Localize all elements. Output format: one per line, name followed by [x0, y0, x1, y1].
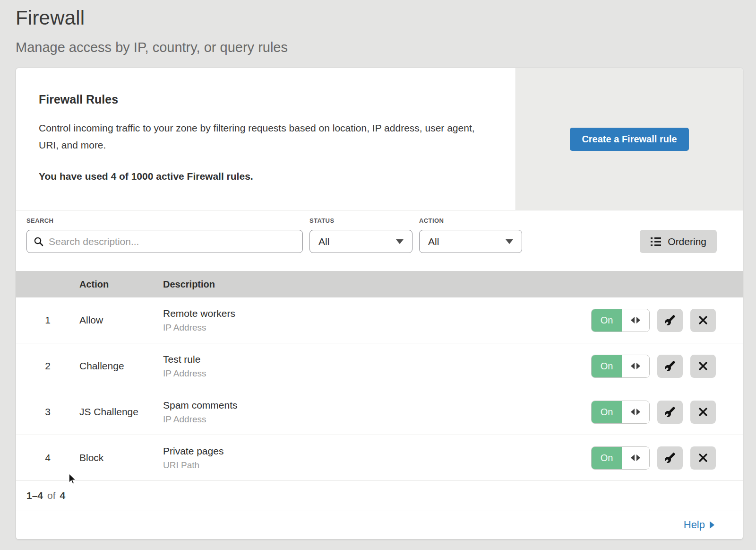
rule-priority: 2	[16, 360, 79, 372]
rule-action: Challenge	[79, 360, 163, 372]
rules-usage-text: You have used 4 of 1000 active Firewall …	[39, 171, 489, 182]
rule-action: JS Challenge	[79, 406, 163, 418]
rule-enabled-toggle[interactable]: On	[591, 446, 650, 470]
rule-action: Allow	[79, 314, 163, 326]
rule-enabled-toggle[interactable]: On	[591, 401, 650, 424]
rule-priority: 4	[16, 452, 79, 463]
delete-rule-button[interactable]	[690, 309, 716, 332]
status-label: STATUS	[309, 217, 412, 224]
rule-description: Remote workers	[163, 308, 591, 319]
rule-match-type: IP Address	[163, 414, 591, 425]
page-subtitle: Manage access by IP, country, or query r…	[16, 40, 756, 55]
search-filter-group: SEARCH	[26, 217, 303, 253]
toggle-arrows-icon[interactable]	[622, 309, 649, 332]
edit-rule-button[interactable]	[657, 401, 683, 424]
table-header: Action Description	[16, 271, 743, 297]
action-label: ACTION	[419, 217, 522, 224]
close-icon	[698, 315, 708, 325]
toggle-on-label[interactable]: On	[592, 309, 622, 332]
search-icon	[34, 236, 44, 247]
action-select[interactable]: All	[419, 230, 522, 253]
arrow-left-icon	[631, 317, 635, 323]
wrench-icon	[664, 452, 676, 463]
close-icon	[698, 361, 708, 371]
ordering-button-label: Ordering	[668, 236, 706, 247]
toggle-on-label[interactable]: On	[592, 355, 622, 377]
edit-rule-button[interactable]	[657, 446, 683, 470]
wrench-icon	[664, 314, 676, 326]
toggle-arrows-icon[interactable]	[622, 447, 649, 469]
rule-match-type: URI Path	[163, 460, 591, 471]
search-box	[26, 230, 303, 253]
toggle-arrows-icon[interactable]	[622, 355, 649, 377]
rule-priority: 3	[16, 406, 79, 418]
rule-controls: On	[591, 446, 716, 470]
search-input[interactable]	[49, 236, 296, 247]
arrow-right-icon	[636, 363, 640, 369]
arrow-left-icon	[631, 409, 635, 415]
table-row: 4 Block Private pages URI Path On	[16, 435, 743, 481]
rule-description-cell: Private pages URI Path	[163, 445, 591, 471]
edit-rule-button[interactable]	[657, 309, 683, 332]
rule-controls: On	[591, 309, 716, 332]
page-header: Firewall Manage access by IP, country, o…	[0, 0, 756, 55]
card-description: Control incoming traffic to your zone by…	[39, 120, 485, 154]
rule-enabled-toggle[interactable]: On	[591, 309, 650, 332]
firewall-rules-card: Firewall Rules Control incoming traffic …	[16, 68, 743, 540]
card-title: Firewall Rules	[39, 93, 489, 106]
pagination-total: 4	[60, 490, 66, 501]
firewall-rules-table: 1 Allow Remote workers IP Address On	[16, 297, 743, 481]
help-link-label: Help	[684, 519, 705, 531]
rule-enabled-toggle[interactable]: On	[591, 355, 650, 378]
rule-description-cell: Spam comments IP Address	[163, 400, 591, 425]
status-selected-value: All	[318, 236, 329, 247]
rule-description: Private pages	[163, 445, 591, 457]
edit-rule-button[interactable]	[657, 355, 683, 378]
rule-priority: 1	[16, 314, 79, 326]
action-column-header: Action	[79, 279, 163, 290]
status-select[interactable]: All	[309, 230, 412, 253]
status-filter-group: STATUS All	[309, 217, 412, 253]
table-row: 2 Challenge Test rule IP Address On	[16, 343, 743, 389]
ordered-list-icon	[650, 236, 662, 247]
create-firewall-rule-button[interactable]: Create a Firewall rule	[570, 128, 688, 151]
toggle-on-label[interactable]: On	[592, 447, 622, 469]
pagination-range: 1–4	[26, 490, 43, 501]
arrow-right-icon	[710, 521, 714, 529]
page-title: Firewall	[16, 7, 756, 29]
rule-description-cell: Remote workers IP Address	[163, 308, 591, 333]
arrow-right-icon	[636, 317, 640, 323]
arrow-right-icon	[636, 409, 640, 415]
arrow-left-icon	[631, 454, 635, 461]
intro-section: Firewall Rules Control incoming traffic …	[16, 68, 743, 210]
description-column-header: Description	[163, 279, 743, 290]
wrench-icon	[664, 406, 676, 418]
chevron-down-icon	[506, 239, 513, 244]
filter-bar: SEARCH STATUS All ACTION All	[16, 210, 743, 271]
arrow-left-icon	[631, 363, 635, 369]
close-icon	[698, 453, 708, 463]
pagination: 1–4 of 4	[16, 481, 743, 510]
rule-match-type: IP Address	[163, 323, 591, 333]
toggle-on-label[interactable]: On	[592, 401, 622, 423]
chevron-down-icon	[396, 239, 404, 244]
table-row: 1 Allow Remote workers IP Address On	[16, 297, 743, 343]
arrow-right-icon	[636, 454, 640, 461]
delete-rule-button[interactable]	[690, 355, 716, 378]
rule-description-cell: Test rule IP Address	[163, 354, 591, 379]
delete-rule-button[interactable]	[690, 446, 716, 470]
rule-controls: On	[591, 355, 716, 378]
help-link[interactable]: Help	[684, 519, 714, 531]
action-filter-group: ACTION All	[419, 217, 522, 253]
rule-controls: On	[591, 401, 716, 424]
cta-panel: Create a Firewall rule	[515, 68, 743, 210]
pagination-of-label: of	[47, 490, 56, 501]
rule-description: Spam comments	[163, 400, 591, 411]
delete-rule-button[interactable]	[690, 401, 716, 424]
rule-match-type: IP Address	[163, 368, 591, 379]
toggle-arrows-icon[interactable]	[622, 401, 649, 423]
table-row: 3 JS Challenge Spam comments IP Address …	[16, 389, 743, 435]
rule-description: Test rule	[163, 354, 591, 365]
rule-action: Block	[79, 452, 163, 463]
ordering-button[interactable]: Ordering	[640, 230, 717, 253]
